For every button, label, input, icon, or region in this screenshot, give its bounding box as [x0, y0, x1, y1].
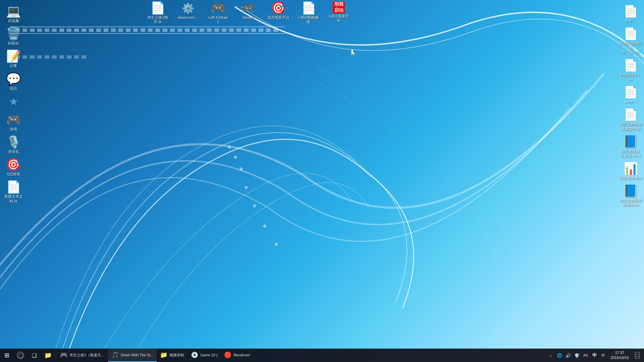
- svg-rect-46: [228, 145, 231, 149]
- desktop-icon-recorder[interactable]: 🎙️ 录音机: [0, 134, 27, 155]
- desktop-icon-recycle-doc[interactable]: 📄 因国民因为回收给了我一些: [617, 26, 644, 56]
- qq-games-icon: 🎯: [7, 158, 20, 171]
- svg-rect-23: [185, 28, 190, 32]
- cortana-button[interactable]: ◯: [13, 349, 28, 362]
- taskbar-separator: [56, 350, 56, 360]
- recycle-bin-icon: 🗑️: [7, 27, 20, 41]
- desktop-icon-steam[interactable]: 🎮 Steam: [235, 0, 262, 21]
- notification-icon: □: [635, 352, 640, 359]
- chat-label: 说话: [10, 86, 17, 91]
- games-label: 游戏: [10, 127, 17, 131]
- esports-label: 活方电竞平台: [267, 15, 289, 20]
- desktop-icon-left4dead2[interactable]: 🎮 Left 4 Dead2: [205, 0, 231, 25]
- notes-label: 记事: [10, 64, 17, 68]
- svg-rect-52: [274, 242, 278, 246]
- svg-rect-45: [82, 55, 86, 59]
- svg-rect-16: [133, 28, 138, 32]
- left4dead2-icon: 🎮: [211, 1, 225, 15]
- tray-icon-steam[interactable]: 🎮: [582, 349, 590, 362]
- desktop-icon-chat[interactable]: 💬 说话: [0, 71, 27, 92]
- desktop-icon-quest-audio[interactable]: 📄 求生之路音频重建指令.bt: [617, 107, 644, 132]
- desktop-icon-recycle-bin[interactable]: 🗑️ 回收站: [0, 26, 27, 47]
- desktop-icon-friends-doc[interactable]: 📄 B友最强大！.bt: [617, 57, 644, 83]
- tray-ime-indicator[interactable]: 中: [599, 349, 607, 362]
- tray-language-indicator[interactable]: 中: [590, 349, 599, 362]
- taskbar-app-bandicam[interactable]: 🔴 Bandicam: [221, 349, 253, 362]
- desktop-icon-par[interactable]: 📄 par.e...: [617, 84, 644, 105]
- l4d2-direct-icon: 用我启动: [333, 1, 345, 13]
- svg-rect-26: [207, 28, 212, 32]
- svg-rect-11: [96, 28, 101, 32]
- tray-icon-network[interactable]: 🌐: [555, 349, 564, 362]
- taskbar-app-video-record[interactable]: 📁 视频录制: [157, 349, 187, 362]
- desktop-icon-qq-games[interactable]: 🎯 QQ游戏: [0, 157, 27, 178]
- desktop-icon-games[interactable]: 🎮 游戏: [0, 112, 27, 133]
- svg-rect-18: [148, 28, 153, 32]
- desktop-icons-top: 📄 求生之路2相关.bt ⚙️ steamcom... 🎮 Left 4 Dea…: [144, 0, 352, 25]
- tray-expand-button[interactable]: △: [547, 349, 555, 362]
- friends-doc-label: B友最强大！.bt: [620, 73, 641, 81]
- svg-marker-53: [352, 50, 356, 57]
- svg-rect-15: [126, 28, 130, 32]
- mouse-cursor: [352, 50, 356, 56]
- l4d2-mod-label: L4D2昵称修改: [299, 15, 318, 24]
- svg-rect-25: [200, 28, 204, 32]
- quest-road2-taskbar-icon: 🎮: [60, 351, 67, 359]
- file-explorer-pinned[interactable]: 📁: [41, 349, 55, 362]
- svg-rect-20: [163, 28, 167, 32]
- taskbar-app-quest-road2[interactable]: 🎮 求生之路2（救援天…: [57, 349, 108, 362]
- desktop-icon-this-pc[interactable]: 💻 此电脑: [0, 3, 27, 24]
- network-icon: 🌐: [557, 353, 562, 358]
- self-install-label: 自已安装pk之方法.docx: [621, 149, 640, 158]
- start-button[interactable]: ⊞: [0, 349, 13, 362]
- notification-center-button[interactable]: □: [632, 349, 642, 362]
- desktop-icon-notes[interactable]: 📝 记事: [0, 48, 27, 69]
- chat-icon: 💬: [7, 72, 20, 86]
- desktop-icon-quest-steps[interactable]: 📘 求生之路音频步骤.docx: [617, 183, 644, 208]
- svg-rect-4: [45, 28, 49, 32]
- translate-label: 语音翻译.xlsx: [620, 176, 642, 180]
- svg-rect-39: [37, 55, 42, 59]
- svg-rect-22: [177, 28, 182, 32]
- down-with-sick-taskbar-icon: 🎵: [111, 351, 119, 359]
- svg-rect-13: [111, 28, 116, 32]
- file-explorer-icon: 📁: [44, 352, 52, 359]
- desktop-icon-steamcmd[interactable]: ⚙️ steamcom...: [174, 0, 201, 21]
- self-install-icon: 📘: [624, 135, 637, 148]
- bandicam-taskbar-label: Bandicam: [233, 353, 250, 357]
- steamcmd-label: steamcom...: [178, 15, 198, 20]
- svg-rect-7: [67, 28, 71, 32]
- tray-icon-volume[interactable]: 🔊: [564, 349, 572, 362]
- svg-rect-48: [239, 167, 243, 171]
- pne-label: PNE...: [625, 19, 636, 23]
- tray-icon-antivirus[interactable]: 🛡️: [573, 349, 581, 362]
- desktop-icon-esports[interactable]: 🎯 活方电竞平台: [265, 0, 292, 21]
- desktop-icon-self-install[interactable]: 📘 自已安装pk之方法.docx: [617, 134, 644, 159]
- quest-steps-label: 求生之路音频步骤.docx: [620, 198, 642, 207]
- desktop-icon-new-txt[interactable]: 📄 新建文本文档.bt: [0, 179, 27, 204]
- desktop-icon-quest-road2[interactable]: 📄 求生之路2相关.bt: [144, 0, 171, 25]
- svg-rect-6: [59, 28, 64, 32]
- svg-rect-17: [141, 28, 145, 32]
- desktop-icon-translate[interactable]: 📊 语音翻译.xlsx: [617, 161, 644, 182]
- quest-road2-taskbar-label: 求生之路2（救援天…: [69, 353, 105, 358]
- desktop-icon-blue-star[interactable]: ★: [0, 94, 27, 110]
- qq-games-label: QQ游戏: [7, 172, 20, 176]
- svg-rect-19: [155, 28, 160, 32]
- pne-icon: 📄: [624, 5, 637, 18]
- desktop-icon-pne[interactable]: 📄 PNE...: [617, 3, 644, 24]
- desktop-icon-l4d2-direct[interactable]: 用我启动 L4D2直接启动: [325, 0, 352, 24]
- svg-rect-29: [229, 28, 234, 32]
- taskbar-app-down-with-sick[interactable]: 🎵 Down With The Si...: [108, 349, 157, 362]
- taskbar-app-game-d[interactable]: 💿 Game (D:): [187, 349, 221, 362]
- desktop-icon-l4d2-mod[interactable]: 📄 L4D2昵称修改: [295, 0, 322, 25]
- desktop-icons-left: 💻 此电脑 🗑️ 回收站 📝 记事 💬 说话 ★ 🎮 游戏 🎙️ 录音机 🎯: [0, 3, 27, 205]
- svg-rect-33: [259, 28, 263, 32]
- steam-tray-icon: 🎮: [583, 353, 588, 358]
- task-view-icon: ❑: [32, 352, 37, 359]
- tray-clock[interactable]: 17:37 2018/10/15: [608, 349, 632, 362]
- svg-rect-9: [82, 28, 86, 32]
- recycle-doc-icon: 📄: [624, 27, 637, 41]
- svg-rect-8: [74, 28, 79, 32]
- task-view-button[interactable]: ❑: [28, 349, 41, 362]
